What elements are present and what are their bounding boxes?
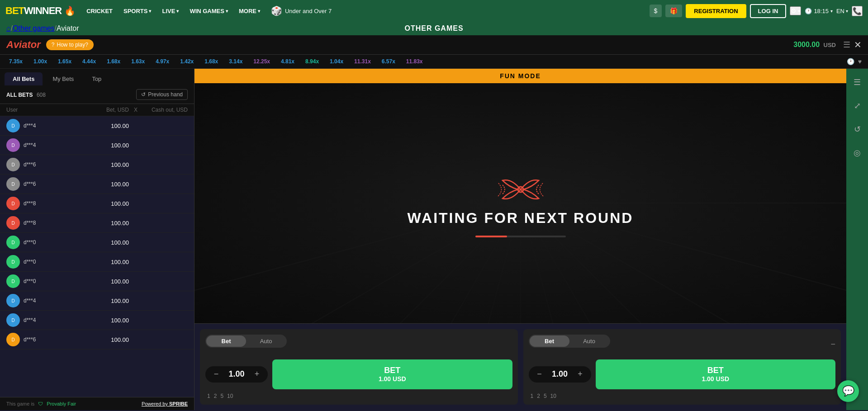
shield-icon: 🛡 xyxy=(38,401,43,406)
avatar: D xyxy=(6,138,20,152)
table-row: D d***6 100.00 xyxy=(0,155,194,175)
mult-badge: 7.35x xyxy=(6,57,25,66)
bet-stepper-2: − 1.00 + xyxy=(529,366,591,383)
quick-amount-2b[interactable]: 2 xyxy=(537,393,540,399)
home-link[interactable]: ⌂ xyxy=(6,24,11,33)
avatar: D xyxy=(6,177,20,191)
bet-amount: 100.00 xyxy=(93,181,129,188)
quick-amount-1b[interactable]: 1 xyxy=(531,393,534,399)
gear-icon: ⚙ xyxy=(791,7,797,14)
quick-amount-5b[interactable]: 5 xyxy=(544,393,547,399)
table-row: D d***4 100.00 xyxy=(0,116,194,136)
bet-username: d***6 xyxy=(24,336,93,343)
table-row: D d***8 100.00 xyxy=(0,194,194,213)
phone-button[interactable]: 📞 xyxy=(852,6,863,16)
avatar: D xyxy=(6,333,20,346)
quick-amount-10b[interactable]: 10 xyxy=(550,393,556,399)
bet-decrease-1[interactable]: − xyxy=(211,369,222,380)
nav-live[interactable]: LIVE ▾ xyxy=(158,5,182,17)
tab-my-bets[interactable]: My Bets xyxy=(44,72,82,85)
top-navigation: BETWINNER 🔥 CRICKET SPORTS ▾ LIVE ▾ WIN … xyxy=(0,0,868,22)
quick-amounts-1: 1 2 5 10 xyxy=(205,393,512,399)
bet-tab-2-bet[interactable]: Bet xyxy=(530,335,569,347)
bet-tab-2-auto[interactable]: Auto xyxy=(569,335,609,347)
aviator-logo: Aviator xyxy=(6,39,41,51)
mult-badge: 11.83x xyxy=(403,57,426,66)
login-button[interactable]: LOG IN xyxy=(750,4,787,18)
bet-tab-1-bet[interactable]: Bet xyxy=(206,335,246,347)
bet-tab-1-auto[interactable]: Auto xyxy=(246,335,286,347)
quick-amount-1[interactable]: 1 xyxy=(207,393,210,399)
breadcrumb-current: Aviator xyxy=(57,24,79,33)
header-icons: ☰ ✕ xyxy=(843,39,862,50)
tab-all-bets[interactable]: All Bets xyxy=(5,72,43,85)
fun-mode-banner: FUN MODE xyxy=(194,69,846,83)
table-row: D d***0 100.00 xyxy=(0,252,194,272)
bet-value-2: 1.00 xyxy=(549,369,571,379)
bet-panel-1: Bet Auto − 1.00 + BET 1.00 USD xyxy=(200,329,518,405)
collapse-panel-2[interactable]: − xyxy=(830,340,835,349)
main-bet-button-1[interactable]: BET 1.00 USD xyxy=(272,359,512,389)
nav-cricket[interactable]: CRICKET xyxy=(83,5,116,17)
bet-amount: 100.00 xyxy=(93,336,129,343)
history-icon-button[interactable]: 🕐 xyxy=(847,58,854,65)
language-selector[interactable]: EN ▾ xyxy=(836,8,848,14)
table-row: D d***0 100.00 xyxy=(0,233,194,252)
stats-icon-button[interactable]: ♥ xyxy=(858,58,862,65)
progress-bar xyxy=(475,236,566,237)
table-row: D d***4 100.00 xyxy=(0,291,194,311)
main-content: Aviator ? How to play? 3000.00 USD ☰ ✕ 7… xyxy=(0,35,868,410)
hamburger-button[interactable]: ☰ xyxy=(843,39,850,50)
avatar: D xyxy=(6,274,20,288)
logo[interactable]: BETWINNER 🔥 xyxy=(5,5,76,17)
mult-badge: 1.63x xyxy=(128,57,147,66)
bet-amount: 100.00 xyxy=(93,278,129,285)
time-chevron-icon: ▾ xyxy=(830,9,833,14)
register-button[interactable]: REGISTRATION xyxy=(686,4,746,18)
bet-controls-1: − 1.00 + BET 1.00 USD xyxy=(205,359,512,389)
refresh-small-icon: ↺ xyxy=(141,91,146,98)
bet-username: d***4 xyxy=(24,142,93,148)
nav-win-games[interactable]: WIN GAMES ▾ xyxy=(186,5,232,17)
settings-button[interactable]: ⚙ ▾ xyxy=(790,6,801,15)
bet-decrease-2[interactable]: − xyxy=(534,369,545,380)
gifts-button[interactable]: 🎁 xyxy=(665,5,682,17)
under-over-button[interactable]: 🎲 Under and Over 7 xyxy=(267,4,335,18)
avatar: D xyxy=(6,313,20,327)
bet-username: d***6 xyxy=(24,181,93,187)
mult-badge: 8.94x xyxy=(303,57,322,66)
table-row: D d***4 100.00 xyxy=(0,311,194,330)
bet-increase-2[interactable]: + xyxy=(575,369,586,380)
close-button[interactable]: ✕ xyxy=(854,39,862,50)
nav-more[interactable]: MORE ▾ xyxy=(235,5,264,17)
chat-button[interactable]: 💬 xyxy=(837,380,859,402)
nav-sports[interactable]: SPORTS ▾ xyxy=(120,5,155,17)
live-chevron-icon: ▾ xyxy=(176,9,179,14)
breadcrumb-bar: ⌂ / Other games / Aviator OTHER GAMES xyxy=(0,22,868,35)
right-refresh-button[interactable]: ↺ xyxy=(849,121,865,137)
game-display: WAITING FOR NEXT ROUND xyxy=(194,83,846,323)
right-menu-button[interactable]: ☰ xyxy=(849,74,865,90)
table-row: D d***4 100.00 xyxy=(0,136,194,155)
balance-display: 3000.00 USD xyxy=(793,41,836,49)
other-games-link[interactable]: Other games xyxy=(13,24,54,33)
table-row: D d***6 100.00 xyxy=(0,175,194,194)
bet-username: d***8 xyxy=(24,200,93,207)
spribe-link[interactable]: Powered by SPRIBE xyxy=(142,401,188,406)
previous-hand-button[interactable]: ↺ Previous hand xyxy=(136,89,188,100)
right-view-button[interactable]: ◎ xyxy=(849,145,865,161)
how-to-play-button[interactable]: ? How to play? xyxy=(46,39,94,50)
wallet-button[interactable]: $ xyxy=(650,5,662,17)
quick-amount-5[interactable]: 5 xyxy=(220,393,223,399)
main-bet-button-2[interactable]: BET 1.00 USD xyxy=(596,359,836,389)
quick-amount-10[interactable]: 10 xyxy=(227,393,233,399)
bet-increase-1[interactable]: + xyxy=(251,369,262,380)
quick-amount-2[interactable]: 2 xyxy=(214,393,217,399)
more-chevron-icon: ▾ xyxy=(258,9,260,14)
avatar: D xyxy=(6,255,20,269)
tab-top[interactable]: Top xyxy=(84,72,109,85)
bet-amount: 100.00 xyxy=(93,161,129,168)
bet-username: d***4 xyxy=(24,123,93,129)
right-fullscreen-button[interactable]: ⤢ xyxy=(849,98,865,114)
table-row: D d***6 100.00 xyxy=(0,330,194,350)
